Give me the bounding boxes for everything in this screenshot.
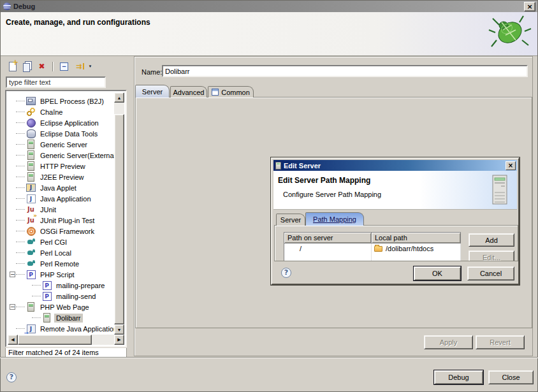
tab-server-settings[interactable]: Server (276, 214, 305, 226)
tree-item[interactable]: Java Application (8, 193, 114, 204)
horizontal-scroll-thumb[interactable] (18, 335, 92, 345)
edit-mapping-button: Edit... (469, 250, 514, 261)
vertical-scroll-thumb[interactable] (114, 114, 124, 324)
footer-separator (0, 357, 538, 358)
scroll-down-button[interactable]: ▼ (114, 324, 124, 335)
edit-server-close-button[interactable]: × (505, 161, 516, 170)
collapse-toggle-icon[interactable]: − (10, 272, 15, 277)
page-title: Create, manage, and run configurations (6, 18, 150, 27)
tree-item[interactable]: −PHP Script (8, 269, 114, 280)
dropdown-arrow-icon[interactable] (86, 60, 94, 73)
edit-server-header: Edit Server Path Mapping Configure Serve… (273, 171, 517, 210)
configurations-tree-panel: BPEL Process (B2J)ChaîneEclipse Applicat… (5, 90, 127, 347)
window-close-button[interactable]: × (524, 2, 535, 11)
osgi-framework-icon (26, 226, 36, 236)
tree-item[interactable]: Perl Local (8, 247, 114, 258)
name-input[interactable] (162, 65, 528, 77)
ok-button[interactable]: OK (414, 266, 461, 280)
edit-server-title: Edit Server (284, 162, 321, 170)
path-mapping-page: Path on server Local path //dolibarr/htd… (274, 225, 518, 261)
table-icon (212, 89, 219, 96)
tree-item[interactable]: Generic Server (8, 139, 114, 150)
perl-icon (26, 259, 36, 268)
dialog-header-band: Create, manage, and run configurations (1, 12, 537, 56)
tree-item[interactable]: mailing-send (8, 291, 114, 301)
tab-common[interactable]: Common (208, 86, 254, 98)
tree-item[interactable]: −PHP Web Page (8, 301, 114, 312)
tab-server[interactable]: Server (135, 85, 170, 98)
tree-item[interactable]: mailing-prepare (8, 280, 114, 291)
server-icon (26, 161, 36, 171)
collapse-all-icon[interactable] (57, 60, 71, 73)
tree-item[interactable]: Chaîne (8, 106, 114, 117)
bpel-process-icon (26, 96, 36, 106)
tree-vertical-scrollbar[interactable]: ▲ ▼ (114, 92, 124, 335)
bug-icon (486, 13, 532, 52)
delete-icon[interactable] (34, 60, 49, 73)
database-icon (26, 129, 36, 138)
java-applet-icon (26, 183, 36, 192)
tree-item[interactable]: Perl CGI (8, 236, 114, 247)
edit-server-titlebar: Edit Server × (273, 160, 517, 171)
eclipse-icon (3, 3, 11, 10)
name-label: Name: (142, 68, 162, 76)
tree-item[interactable]: J2EE Preview (8, 171, 114, 182)
close-button[interactable]: Close (488, 370, 534, 384)
edit-server-dialog: Edit Server × Edit Server Path Mapping C… (271, 157, 520, 285)
server-icon (26, 172, 36, 182)
tree-horizontal-scrollbar[interactable]: ◀ ▶ (8, 335, 124, 345)
remote-java-icon (26, 324, 36, 333)
config-tree: BPEL Process (B2J)ChaîneEclipse Applicat… (8, 92, 114, 335)
tree-item[interactable]: JUnit Plug-in Test (8, 215, 114, 226)
path-mapping-table: Path on server Local path //dolibarr/htd… (284, 232, 461, 261)
debug-button[interactable]: Debug (434, 370, 483, 384)
scroll-right-button[interactable]: ▶ (114, 335, 124, 345)
window-titlebar: Debug × (1, 1, 537, 12)
dialog-subheading: Configure Server Path Mapping (283, 191, 381, 198)
tree-item[interactable]: Generic Server(External La (8, 150, 114, 161)
server-tower-icon (490, 174, 509, 206)
tree-item[interactable]: Eclipse Application (8, 117, 114, 128)
revert-button: Revert (476, 335, 525, 349)
column-local-path[interactable]: Local path (372, 233, 461, 243)
window-title: Debug (13, 3, 35, 10)
collapse-toggle-icon[interactable]: − (10, 304, 15, 310)
cancel-button[interactable]: Cancel (467, 266, 514, 280)
tree-item[interactable]: JUnit (8, 204, 114, 215)
chain-icon (26, 107, 36, 117)
tree-item[interactable]: OSGi Framework (8, 226, 114, 236)
column-path-on-server[interactable]: Path on server (284, 233, 372, 243)
java-application-icon (26, 194, 36, 203)
tree-item[interactable]: Perl Remote (8, 258, 114, 269)
path-mapping-row[interactable]: //dolibarr/htdocs (284, 243, 461, 254)
tree-item[interactable]: Eclipse Data Tools (8, 128, 114, 139)
scroll-up-button[interactable]: ▲ (114, 92, 124, 103)
server-icon (275, 162, 281, 170)
perl-icon (26, 248, 36, 258)
php-icon (42, 280, 52, 290)
filter-icon[interactable] (71, 60, 86, 73)
tree-item[interactable]: Java Applet (8, 182, 114, 193)
dialog-heading: Edit Server Path Mapping (278, 176, 370, 185)
server-icon (26, 140, 36, 149)
tree-item[interactable]: Dolibarr (8, 312, 114, 323)
server-icon (42, 313, 52, 323)
new-configuration-icon[interactable] (5, 60, 20, 73)
add-mapping-button[interactable]: Add (469, 233, 514, 247)
tree-item[interactable]: BPEL Process (B2J) (8, 96, 114, 106)
scroll-left-button[interactable]: ◀ (8, 335, 18, 345)
tab-path-mapping[interactable]: Path Mapping (305, 212, 364, 226)
server-icon (26, 150, 36, 160)
tree-item[interactable]: HTTP Preview (8, 161, 114, 171)
duplicate-icon[interactable] (20, 60, 34, 73)
tab-advanced[interactable]: Advanced (170, 86, 207, 98)
filter-input[interactable] (6, 76, 106, 88)
toolbar-separator (52, 62, 54, 71)
debug-configurations-window: Debug × Create, manage, and run configur… (0, 0, 538, 392)
dialog-help-button[interactable]: ? (281, 268, 291, 278)
path-mapping-row-empty (284, 254, 461, 262)
help-button[interactable]: ? (6, 372, 17, 382)
eclipse-application-icon (26, 118, 36, 127)
apply-button: Apply (424, 335, 473, 349)
tree-item[interactable]: Remote Java Application (8, 323, 114, 334)
